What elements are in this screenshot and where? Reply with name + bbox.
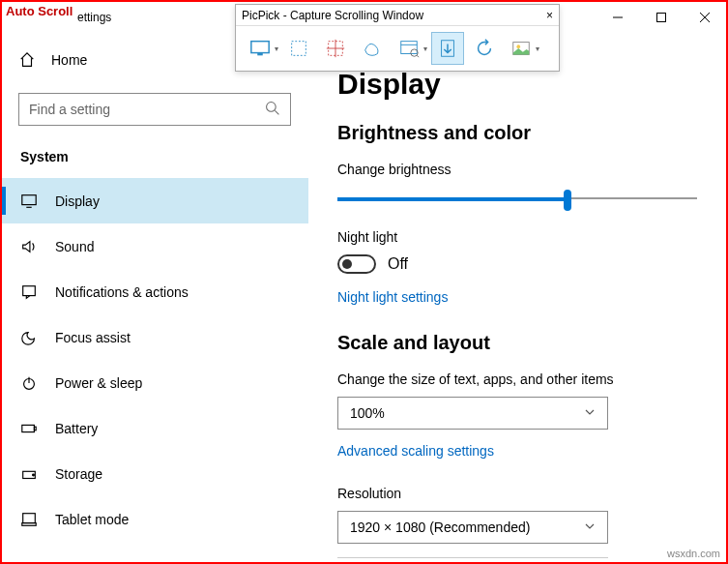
sidebar-category: System bbox=[20, 149, 308, 164]
sidebar-item-label: Display bbox=[55, 193, 100, 209]
svg-rect-15 bbox=[23, 513, 36, 522]
dropdown-icon[interactable]: ▾ bbox=[423, 45, 427, 53]
sidebar: Home Find a setting System Display Sound bbox=[2, 33, 308, 560]
capture-scroll-button[interactable] bbox=[431, 32, 464, 65]
search-icon bbox=[265, 101, 280, 119]
section-brightness: Brightness and color bbox=[337, 122, 697, 144]
resolution-label: Resolution bbox=[337, 486, 697, 501]
sidebar-item-label: Power & sleep bbox=[55, 375, 142, 391]
sidebar-item-label: Tablet mode bbox=[55, 512, 129, 527]
dropdown-icon[interactable]: ▾ bbox=[275, 45, 278, 53]
chevron-down-icon bbox=[584, 519, 596, 535]
auto-scroll-badge: Auto Scroll bbox=[4, 4, 74, 18]
display-icon bbox=[20, 193, 38, 210]
resolution-value: 1920 × 1080 (Recommended) bbox=[350, 519, 530, 535]
capture-freehand-button[interactable] bbox=[356, 32, 389, 65]
home-icon bbox=[18, 51, 36, 69]
section-scale: Scale and layout bbox=[337, 332, 697, 354]
chevron-down-icon bbox=[584, 405, 596, 421]
picpick-close-button[interactable]: × bbox=[546, 9, 553, 22]
picpick-toolbar[interactable]: PicPick - Capture Scrolling Window × ▾ ▾… bbox=[235, 4, 560, 72]
home-label: Home bbox=[51, 52, 87, 68]
maximize-button[interactable] bbox=[639, 3, 683, 32]
sound-icon bbox=[20, 238, 38, 255]
svg-point-29 bbox=[516, 45, 520, 48]
brightness-slider[interactable] bbox=[337, 187, 697, 212]
minimize-button[interactable] bbox=[596, 3, 639, 32]
svg-line-26 bbox=[417, 55, 419, 57]
svg-rect-6 bbox=[22, 194, 36, 204]
search-placeholder: Find a setting bbox=[29, 102, 110, 117]
svg-rect-11 bbox=[22, 425, 35, 431]
svg-rect-17 bbox=[251, 42, 269, 53]
svg-point-14 bbox=[33, 474, 35, 476]
capture-fullscreen-button[interactable] bbox=[244, 32, 277, 65]
svg-point-4 bbox=[267, 102, 277, 111]
sidebar-item-storage[interactable]: Storage bbox=[2, 451, 308, 496]
power-icon bbox=[20, 374, 38, 392]
dropdown-icon[interactable]: ▾ bbox=[536, 45, 539, 53]
svg-line-5 bbox=[275, 110, 278, 114]
tablet-icon bbox=[20, 511, 38, 528]
svg-rect-12 bbox=[34, 427, 36, 430]
image-picker-button[interactable] bbox=[505, 32, 538, 65]
sidebar-item-battery[interactable]: Battery bbox=[2, 405, 308, 451]
watermark: wsxdn.com bbox=[667, 548, 720, 559]
capture-window-button[interactable] bbox=[393, 32, 425, 65]
sidebar-item-label: Battery bbox=[55, 421, 98, 436]
svg-rect-16 bbox=[22, 522, 36, 525]
slider-thumb[interactable] bbox=[564, 190, 571, 211]
capture-fixed-button[interactable] bbox=[319, 32, 352, 65]
sidebar-item-notifications[interactable]: Notifications & actions bbox=[2, 269, 308, 314]
main-panel: Display Brightness and color Change brig… bbox=[308, 33, 726, 560]
sidebar-item-label: Storage bbox=[55, 466, 102, 482]
scale-label: Change the size of text, apps, and other… bbox=[337, 371, 697, 387]
sidebar-item-label: Focus assist bbox=[55, 330, 131, 345]
scale-value: 100% bbox=[350, 405, 385, 421]
sidebar-item-tablet[interactable]: Tablet mode bbox=[2, 496, 308, 542]
capture-region-button[interactable] bbox=[282, 32, 315, 65]
sidebar-item-focus[interactable]: Focus assist bbox=[2, 314, 308, 360]
nightlight-label: Night light bbox=[337, 229, 697, 245]
sidebar-item-display[interactable]: Display bbox=[2, 178, 308, 223]
nightlight-toggle[interactable] bbox=[337, 254, 376, 274]
svg-rect-8 bbox=[23, 285, 36, 295]
sidebar-item-label: Notifications & actions bbox=[55, 284, 189, 300]
advanced-scaling-link[interactable]: Advanced scaling settings bbox=[337, 443, 697, 459]
sidebar-item-label: Sound bbox=[55, 239, 94, 254]
nightlight-state: Off bbox=[388, 255, 408, 273]
resolution-select[interactable]: 1920 × 1080 (Recommended) bbox=[337, 511, 608, 544]
focus-icon bbox=[20, 329, 38, 346]
picpick-title: PicPick - Capture Scrolling Window bbox=[242, 9, 423, 22]
sidebar-item-sound[interactable]: Sound bbox=[2, 223, 308, 269]
refresh-button[interactable] bbox=[468, 32, 501, 65]
svg-rect-23 bbox=[401, 42, 418, 54]
close-button[interactable] bbox=[683, 3, 726, 32]
svg-rect-18 bbox=[257, 53, 263, 56]
sidebar-item-power[interactable]: Power & sleep bbox=[2, 360, 308, 405]
battery-icon bbox=[20, 420, 38, 437]
page-title: Display bbox=[337, 68, 697, 101]
notifications-icon bbox=[20, 283, 38, 301]
search-input[interactable]: Find a setting bbox=[18, 93, 291, 126]
scale-select[interactable]: 100% bbox=[337, 397, 608, 430]
svg-rect-19 bbox=[292, 42, 306, 56]
nightlight-settings-link[interactable]: Night light settings bbox=[337, 289, 697, 305]
brightness-label: Change brightness bbox=[337, 162, 697, 177]
svg-rect-1 bbox=[656, 14, 665, 22]
storage-icon bbox=[20, 465, 38, 483]
